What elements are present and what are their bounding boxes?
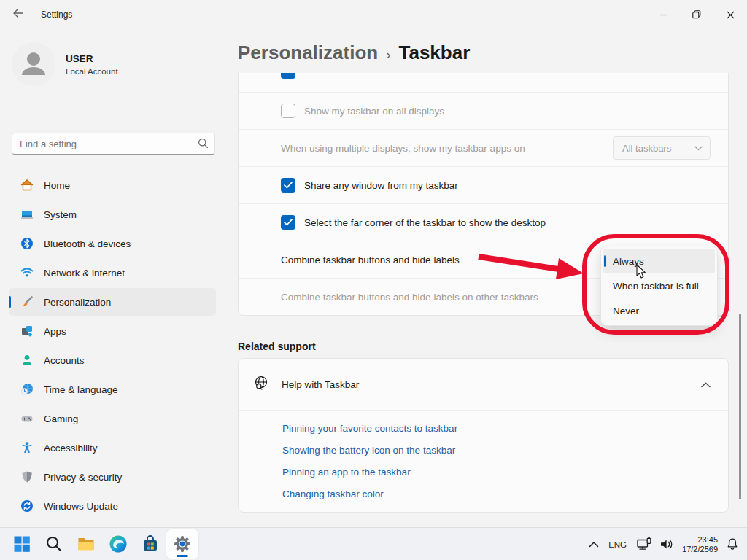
chevron-up-icon — [701, 378, 711, 391]
search-taskbar-button[interactable] — [38, 529, 70, 559]
link-pinning-contacts[interactable]: Pinning your favorite contacts to taskba… — [282, 423, 728, 434]
sidebar-item-apps[interactable]: Apps — [9, 317, 216, 345]
scrollbar-thumb[interactable] — [739, 314, 741, 499]
sidebar-item-home[interactable]: Home — [9, 171, 216, 199]
restore-button[interactable] — [680, 0, 713, 29]
setting-label: Combine taskbar buttons and hide labels … — [281, 292, 538, 303]
accessibility-icon — [20, 441, 34, 454]
os-taskbar: ENG 23:45 17/2/2569 — [0, 527, 747, 560]
sidebar-item-label: Windows Update — [44, 501, 118, 512]
edge-browser-button[interactable] — [102, 529, 134, 559]
sidebar-item-label: Privacy & security — [44, 472, 122, 483]
user-account-card[interactable]: USER Local Account — [12, 42, 118, 86]
sidebar-item-label: Home — [44, 180, 70, 191]
edge-icon — [109, 534, 128, 553]
close-button[interactable] — [713, 0, 747, 29]
window-title: Settings — [41, 9, 72, 20]
avatar — [12, 42, 55, 86]
folder-icon — [77, 534, 96, 553]
sidebar-item-windows-update[interactable]: Windows Update — [9, 492, 216, 520]
setting-label: Share any window from my taskbar — [304, 180, 458, 191]
help-links: Pinning your favorite contacts to taskba… — [239, 411, 728, 499]
help-with-taskbar-row[interactable]: Help with Taskbar — [239, 359, 728, 410]
checkbox-unchecked[interactable] — [281, 104, 295, 118]
minimize-icon — [659, 11, 667, 19]
taskbar-apps-select[interactable]: All taskbars — [613, 136, 711, 160]
network-icon[interactable] — [632, 532, 656, 558]
sidebar-item-label: Time & language — [44, 384, 118, 395]
language-indicator[interactable]: ENG — [603, 532, 632, 558]
sidebar-item-system[interactable]: System — [9, 201, 216, 228]
volume-icon[interactable] — [656, 532, 678, 558]
sidebar-item-network-internet[interactable]: Network & internet — [9, 259, 216, 287]
select-value: All taskbars — [622, 143, 671, 154]
tray-time: 23:45 — [697, 535, 718, 545]
clock-widget[interactable]: 23:45 17/2/2569 — [678, 532, 722, 558]
settings-window: Settings USER Local Account — [0, 0, 747, 560]
microsoft-store-button[interactable] — [134, 529, 166, 559]
link-pinning-app[interactable]: Pinning an app to the taskbar — [282, 467, 728, 478]
setting-row-share-any-window: Share any window from my taskbar — [239, 166, 728, 203]
start-button[interactable] — [6, 529, 38, 559]
setting-label: Show my taskbar on all displays — [304, 106, 444, 117]
sidebar-item-accessibility[interactable]: Accessibility — [9, 434, 216, 462]
sidebar-item-gaming[interactable]: Gaming — [9, 405, 216, 432]
option-never[interactable]: Never — [603, 298, 715, 323]
settings-gear-icon — [172, 534, 193, 554]
back-button[interactable] — [6, 3, 29, 26]
option-always[interactable]: Always — [603, 249, 715, 273]
back-arrow-icon — [12, 7, 23, 22]
user-account-type: Local Account — [66, 67, 118, 76]
search-input[interactable] — [12, 133, 215, 155]
sidebar-item-bluetooth-devices[interactable]: Bluetooth & devices — [9, 230, 216, 257]
link-taskbar-color[interactable]: Changing taskbar color — [282, 489, 728, 499]
sidebar-item-privacy-security[interactable]: Privacy & security — [9, 463, 216, 491]
user-text: USER Local Account — [66, 53, 118, 76]
clipped-setting-row — [239, 73, 728, 92]
close-icon — [727, 11, 735, 19]
notifications-bell-button[interactable] — [722, 532, 743, 558]
setting-label: Combine taskbar buttons and hide labels — [281, 254, 460, 265]
link-battery-icon[interactable]: Showing the battery icon on the taskbar — [282, 445, 728, 456]
option-when-taskbar-full[interactable]: When taskbar is full — [603, 273, 715, 298]
checkbox-clipped[interactable] — [281, 73, 295, 79]
bluetooth-icon — [20, 237, 34, 250]
related-support-heading: Related support — [238, 341, 316, 352]
help-title: Help with Taskbar — [282, 379, 359, 390]
search-icon — [45, 535, 63, 553]
sidebar-item-time-language[interactable]: Time & language — [9, 376, 216, 403]
combine-buttons-dropdown-menu: Always When taskbar is full Never — [600, 246, 718, 326]
breadcrumb-personalization[interactable]: Personalization — [238, 42, 378, 64]
user-name: USER — [66, 53, 118, 64]
personalization-icon — [20, 295, 34, 308]
accounts-icon — [20, 354, 34, 367]
sidebar-item-label: Network & internet — [44, 268, 125, 279]
sidebar-item-accounts[interactable]: Accounts — [9, 346, 216, 374]
sidebar-nav: Home System Bluetooth & devices Network … — [9, 171, 216, 521]
system-tray: ENG 23:45 17/2/2569 — [585, 528, 743, 560]
sidebar-item-personalization[interactable]: Personalization — [9, 288, 216, 316]
tray-chevron-up-button[interactable] — [585, 532, 603, 558]
breadcrumb-separator: › — [386, 47, 390, 63]
apps-icon — [20, 324, 34, 338]
file-explorer-button[interactable] — [70, 529, 102, 559]
restore-icon — [692, 10, 701, 19]
sidebar-item-label: Gaming — [44, 413, 78, 424]
network-wifi-icon — [20, 266, 34, 279]
sidebar-item-label: Personalization — [44, 297, 111, 308]
chevron-down-icon — [694, 146, 703, 151]
home-icon — [20, 179, 34, 192]
settings-app-button[interactable] — [166, 529, 198, 559]
taskbar-icons — [0, 529, 198, 559]
checkbox-checked[interactable] — [281, 178, 295, 192]
web-help-icon — [253, 375, 270, 394]
system-icon — [20, 208, 34, 221]
gaming-icon — [20, 412, 34, 425]
window-controls — [646, 0, 747, 29]
checkbox-checked[interactable] — [281, 215, 295, 230]
privacy-shield-icon — [20, 470, 34, 483]
setting-row-far-corner-desktop: Select the far corner of the taskbar to … — [239, 203, 728, 241]
chevron-up-icon — [589, 541, 599, 548]
titlebar: Settings — [0, 0, 747, 29]
minimize-button[interactable] — [646, 0, 680, 29]
